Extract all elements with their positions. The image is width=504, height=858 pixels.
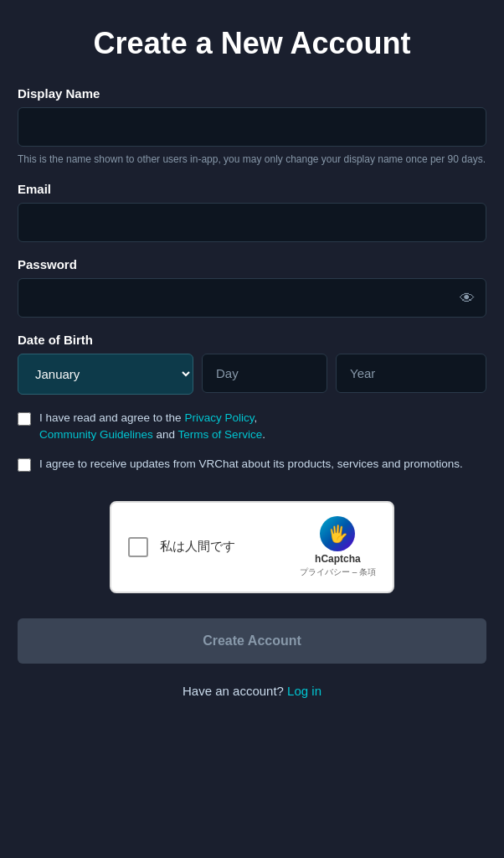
captcha-text: 私は人間です (160, 539, 235, 555)
captcha-wrapper: 私は人間です 🖐️ hCaptcha プライバシー – 条項 (18, 484, 486, 610)
email-label: Email (18, 182, 486, 196)
dob-month-select[interactable]: January February March April May June Ju… (18, 354, 193, 395)
dob-label: Date of Birth (18, 333, 486, 347)
display-name-label: Display Name (18, 86, 486, 101)
dob-row: January February March April May June Ju… (18, 354, 486, 395)
updates-text: I agree to receive updates from VRChat a… (39, 456, 463, 473)
terms-of-service-link[interactable]: Terms of Service (178, 428, 263, 441)
captcha-right: 🖐️ hCaptcha プライバシー – 条項 (300, 516, 376, 578)
captcha-left: 私は人間です (128, 537, 235, 557)
dob-day-input[interactable] (202, 354, 327, 393)
terms-checkbox-label[interactable]: I have read and agree to the Privacy Pol… (18, 410, 486, 444)
display-name-input[interactable] (18, 107, 486, 147)
updates-checkbox[interactable] (18, 458, 31, 472)
dob-group: Date of Birth January February March Apr… (18, 333, 486, 395)
updates-checkbox-group: I agree to receive updates from VRChat a… (18, 456, 486, 473)
login-link[interactable]: Log in (287, 684, 321, 698)
email-group: Email (18, 182, 486, 242)
password-input[interactable] (18, 278, 486, 318)
login-row: Have an account? Log in (18, 684, 486, 698)
login-prompt: Have an account? (183, 684, 284, 698)
page-title: Create a New Account (18, 25, 486, 61)
display-name-hint: This is the name shown to other users in… (18, 152, 486, 167)
password-label: Password (18, 257, 486, 271)
terms-checkbox[interactable] (18, 412, 31, 426)
password-wrapper: 👁 (18, 278, 486, 318)
terms-text: I have read and agree to the Privacy Pol… (39, 410, 265, 444)
captcha-checkbox[interactable] (128, 537, 148, 557)
captcha-container[interactable]: 私は人間です 🖐️ hCaptcha プライバシー – 条項 (110, 501, 394, 593)
privacy-policy-link[interactable]: Privacy Policy (184, 411, 254, 424)
updates-checkbox-label[interactable]: I agree to receive updates from VRChat a… (18, 456, 486, 473)
email-input[interactable] (18, 203, 486, 242)
dob-year-input[interactable] (336, 354, 486, 393)
terms-checkbox-group: I have read and agree to the Privacy Pol… (18, 410, 486, 444)
dob-day-wrapper (202, 354, 327, 395)
captcha-brand: hCaptcha (315, 553, 361, 565)
page-container: Create a New Account Display Name This i… (18, 25, 486, 698)
password-group: Password 👁 (18, 257, 486, 318)
eye-icon[interactable]: 👁 (460, 289, 475, 307)
captcha-privacy: プライバシー – 条項 (300, 566, 376, 578)
captcha-emoji: 🖐️ (327, 524, 348, 544)
captcha-logo: 🖐️ (320, 516, 355, 551)
community-guidelines-link[interactable]: Community Guidelines (39, 428, 153, 441)
dob-year-wrapper (336, 354, 486, 395)
display-name-group: Display Name This is the name shown to o… (18, 86, 486, 167)
dob-month-wrapper: January February March April May June Ju… (18, 354, 193, 395)
create-account-button[interactable]: Create Account (18, 618, 486, 664)
